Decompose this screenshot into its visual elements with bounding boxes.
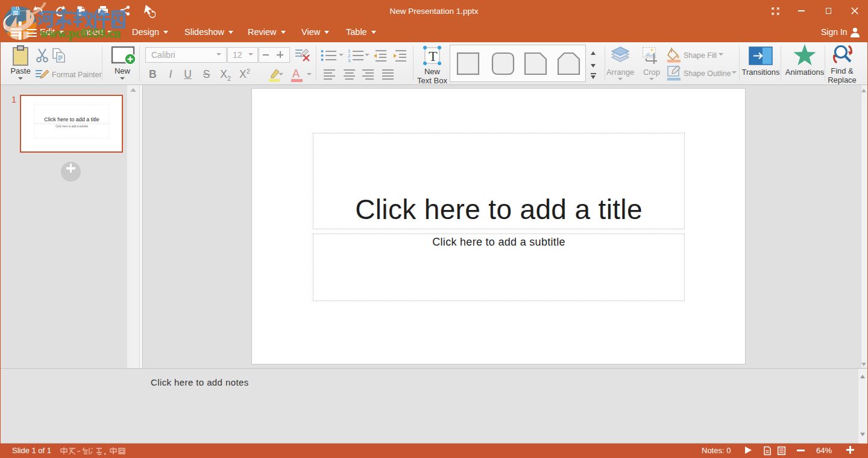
svg-text:3: 3	[348, 58, 351, 63]
svg-text:T: T	[429, 48, 438, 64]
svg-text:www.pc0359.cn: www.pc0359.cn	[40, 28, 121, 40]
